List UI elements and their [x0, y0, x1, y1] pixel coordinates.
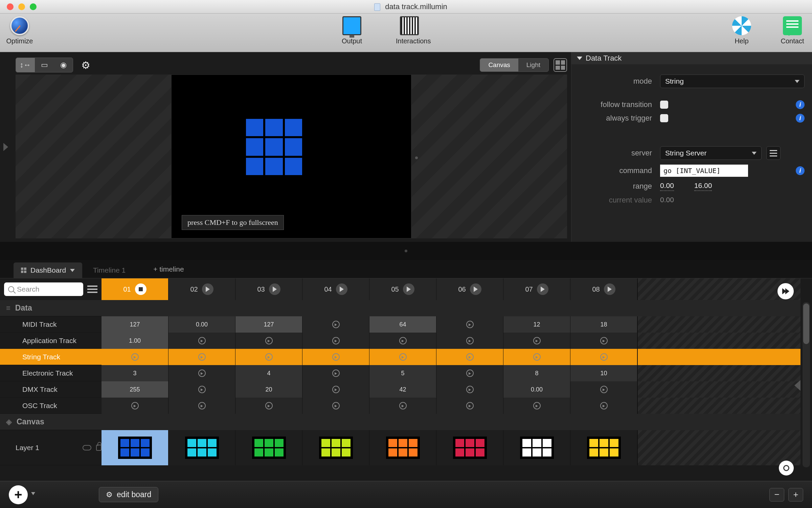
visibility-icon[interactable] — [83, 445, 91, 450]
inspector-header[interactable]: Data Track — [571, 52, 812, 64]
cell[interactable] — [235, 349, 302, 365]
column-header-03[interactable]: 03 — [235, 278, 302, 300]
right-panel-toggle[interactable] — [794, 380, 800, 391]
cell[interactable] — [302, 398, 369, 414]
cell[interactable] — [369, 398, 436, 414]
layer-thumb[interactable] — [503, 430, 570, 465]
cell[interactable] — [102, 349, 168, 365]
tab-timeline-1[interactable]: Timeline 1 — [86, 262, 133, 278]
interactions-button[interactable]: Interactions — [396, 16, 423, 45]
column-header-01[interactable]: 01 — [102, 278, 168, 300]
cell[interactable] — [436, 349, 503, 365]
layer-thumb[interactable] — [369, 430, 436, 465]
column-header-08[interactable]: 08 — [570, 278, 637, 300]
stage-preview[interactable]: press CMD+F to go fullscreen — [171, 75, 411, 238]
go-next-column-button[interactable] — [777, 283, 794, 299]
layer-thumb[interactable] — [570, 430, 637, 465]
column-header-04[interactable]: 04 — [302, 278, 369, 300]
layer-thumb[interactable] — [168, 430, 235, 465]
mask-tool[interactable]: ◉ — [54, 58, 73, 72]
cell[interactable]: 18 — [570, 316, 637, 333]
cell[interactable]: 42 — [369, 381, 436, 398]
cell[interactable]: 4 — [235, 365, 302, 381]
cell[interactable] — [503, 333, 570, 349]
panel-resize-handle[interactable] — [415, 156, 418, 159]
crop-tool[interactable]: ▭ — [35, 58, 54, 72]
cell[interactable] — [235, 333, 302, 349]
column-header-07[interactable]: 07 — [503, 278, 570, 300]
cell[interactable]: 3 — [102, 365, 168, 381]
info-icon[interactable]: i — [796, 166, 805, 175]
follow-transition-checkbox[interactable] — [660, 101, 668, 109]
layer-thumb[interactable] — [235, 430, 302, 465]
layer-1-row[interactable]: Layer 1 — [0, 444, 102, 452]
cell[interactable] — [503, 398, 570, 414]
help-button[interactable]: Help — [728, 16, 755, 45]
optimize-button[interactable]: Optimize — [6, 16, 33, 45]
search-options-button[interactable] — [87, 285, 97, 293]
cell[interactable] — [436, 365, 503, 381]
cell[interactable]: 255 — [102, 381, 168, 398]
cell[interactable]: 8 — [503, 365, 570, 381]
cell[interactable]: 127 — [235, 316, 302, 333]
column-header-06[interactable]: 06 — [436, 278, 503, 300]
cell[interactable]: 20 — [235, 381, 302, 398]
cell[interactable]: 0.00 — [168, 316, 235, 333]
cell[interactable] — [168, 381, 235, 398]
cell[interactable] — [102, 398, 168, 414]
column-header-02[interactable]: 02 — [168, 278, 235, 300]
cell[interactable] — [436, 398, 503, 414]
info-icon[interactable]: i — [796, 100, 805, 109]
zoom-out-button[interactable]: − — [769, 488, 784, 502]
track-label-application[interactable]: Application Track — [0, 337, 102, 345]
command-input[interactable] — [660, 165, 748, 177]
cell[interactable]: 1.00 — [102, 333, 168, 349]
cell[interactable] — [503, 349, 570, 365]
canvas-settings-button[interactable]: ⚙ — [81, 59, 90, 71]
layer-thumb[interactable] — [436, 430, 503, 465]
cell[interactable] — [570, 398, 637, 414]
data-section-header[interactable]: ≡ Data — [0, 300, 102, 316]
layout-grid-button[interactable] — [554, 58, 567, 72]
cell[interactable] — [570, 349, 637, 365]
lock-icon[interactable] — [96, 445, 102, 451]
add-timeline-button[interactable]: + timeline — [153, 265, 184, 273]
cell[interactable]: 127 — [102, 316, 168, 333]
track-label-dmx[interactable]: DMX Track — [0, 385, 102, 394]
cell[interactable] — [570, 381, 637, 398]
cell[interactable] — [302, 316, 369, 333]
server-select[interactable]: String Server — [660, 146, 762, 160]
layer-thumb[interactable] — [102, 430, 168, 465]
close-window-button[interactable] — [7, 3, 14, 10]
add-media-button[interactable]: + — [9, 485, 28, 504]
cell[interactable] — [302, 333, 369, 349]
track-label-midi[interactable]: MIDI Track — [0, 320, 102, 329]
move-tool[interactable]: ↕↔ — [16, 58, 35, 72]
cell[interactable] — [436, 316, 503, 333]
canvas-section-header[interactable]: ◈ Canvas — [0, 414, 102, 430]
server-menu-button[interactable] — [766, 146, 781, 160]
column-header-05[interactable]: 05 — [369, 278, 436, 300]
cell[interactable] — [302, 365, 369, 381]
vertical-resize-handle[interactable] — [0, 242, 812, 260]
cell[interactable] — [302, 381, 369, 398]
track-label-osc[interactable]: OSC Track — [0, 402, 102, 410]
record-button[interactable] — [779, 461, 794, 475]
layer-thumb[interactable] — [302, 430, 369, 465]
minimize-window-button[interactable] — [18, 3, 25, 10]
cell[interactable] — [302, 349, 369, 365]
contact-button[interactable]: Contact — [779, 16, 806, 45]
info-icon[interactable]: i — [796, 114, 805, 123]
board-vertical-scrollbar[interactable] — [803, 302, 810, 467]
mode-select[interactable]: String — [660, 75, 805, 88]
cell[interactable] — [436, 381, 503, 398]
cell[interactable] — [168, 398, 235, 414]
track-label-electronic[interactable]: Electronic Track — [0, 369, 102, 377]
range-max-input[interactable]: 16.00 — [694, 182, 712, 191]
always-trigger-checkbox[interactable] — [660, 114, 668, 122]
cell[interactable] — [235, 398, 302, 414]
cell[interactable] — [369, 333, 436, 349]
zoom-in-button[interactable]: + — [788, 488, 803, 502]
canvas-mode-light[interactable]: Light — [518, 59, 548, 71]
cell[interactable] — [570, 333, 637, 349]
